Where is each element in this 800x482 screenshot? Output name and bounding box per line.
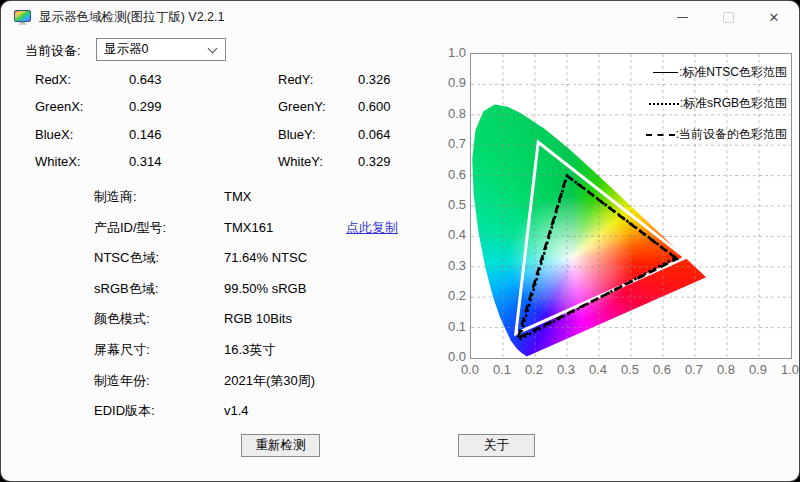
coord-row: BlueY:0.064	[278, 127, 391, 154]
info-value: v1.4	[224, 403, 249, 418]
chromaticity-plot: :标准NTSC色彩范围:标准sRGB色彩范围:当前设备的色彩范围	[470, 53, 792, 359]
info-label: 屏幕尺寸:	[94, 341, 224, 359]
gamut-triangle-solid	[516, 142, 686, 334]
chevron-down-icon	[208, 44, 218, 54]
coord-row: GreenY:0.600	[278, 99, 391, 126]
minimize-icon	[677, 17, 688, 18]
coord-label: WhiteX:	[35, 154, 129, 169]
chart-legend: :标准NTSC色彩范围:标准sRGB色彩范围:当前设备的色彩范围	[646, 64, 787, 157]
info-list: 制造商:TMX产品ID/型号:TMX161点此复制NTSC色域:71.64% N…	[94, 188, 434, 433]
info-label: sRGB色域:	[94, 280, 224, 298]
legend-line-dashed-icon	[646, 134, 675, 136]
y-tick-label: 0.7	[426, 136, 466, 152]
coord-label: RedX:	[35, 72, 129, 87]
redetect-button[interactable]: 重新检测	[241, 434, 320, 457]
info-value: TMX	[224, 189, 251, 204]
x-tick-label: 0.1	[487, 362, 517, 378]
coord-value: 0.146	[129, 127, 162, 142]
info-label: 颜色模式:	[94, 310, 224, 328]
coord-row: GreenX:0.299	[35, 99, 162, 126]
info-row: NTSC色域:71.64% NTSC	[94, 249, 434, 280]
device-selector-value: 显示器0	[104, 42, 148, 56]
coord-label: BlueX:	[35, 127, 129, 142]
legend-item: :标准NTSC色彩范围	[646, 64, 787, 81]
x-tick-label: 0.5	[615, 362, 645, 378]
copy-link[interactable]: 点此复制	[346, 219, 398, 237]
info-label: 产品ID/型号:	[94, 219, 224, 237]
coord-row: WhiteX:0.314	[35, 154, 162, 181]
x-tick-label: 0.8	[711, 362, 741, 378]
legend-label: :当前设备的色彩范围	[676, 126, 787, 143]
info-row: 屏幕尺寸:16.3英寸	[94, 341, 434, 372]
info-row: EDID版本:v1.4	[94, 402, 434, 433]
y-tick-label: 0.9	[426, 75, 466, 91]
legend-line-solid-icon	[653, 72, 678, 73]
device-selector-label: 当前设备:	[25, 42, 81, 60]
x-tick-label: 1.0	[775, 362, 799, 378]
x-tick-label: 0.4	[583, 362, 613, 378]
info-value: 71.64% NTSC	[224, 250, 307, 265]
info-value: 99.50% sRGB	[224, 281, 306, 296]
coord-value: 0.314	[129, 154, 162, 169]
coord-value: 0.329	[358, 154, 391, 169]
coord-value: 0.643	[129, 72, 162, 87]
info-value: TMX161	[224, 220, 273, 235]
close-icon: ✕	[769, 11, 780, 24]
legend-label: :标准NTSC色彩范围	[679, 64, 787, 81]
maximize-icon	[723, 12, 734, 23]
info-row: 产品ID/型号:TMX161点此复制	[94, 219, 434, 250]
legend-item: :当前设备的色彩范围	[646, 126, 787, 143]
coord-label: WhiteY:	[278, 154, 358, 169]
coord-row: RedX:0.643	[35, 72, 162, 99]
coordinates-column-y: RedY:0.326GreenY:0.600BlueY:0.064WhiteY:…	[278, 72, 391, 182]
x-tick-label: 0.6	[647, 362, 677, 378]
y-tick-label: 0.8	[426, 106, 466, 122]
info-label: 制造年份:	[94, 372, 224, 390]
legend-label: :标准sRGB色彩范围	[680, 95, 787, 112]
coord-value: 0.600	[358, 99, 391, 114]
coord-row: BlueX:0.146	[35, 127, 162, 154]
info-row: sRGB色域:99.50% sRGB	[94, 280, 434, 311]
maximize-button[interactable]	[705, 1, 751, 33]
info-value: RGB 10Bits	[224, 311, 292, 326]
window-controls: ✕	[659, 1, 797, 33]
coordinates-column-x: RedX:0.643GreenX:0.299BlueX:0.146WhiteX:…	[35, 72, 162, 182]
minimize-button[interactable]	[659, 1, 705, 33]
info-value: 2021年(第30周)	[224, 373, 315, 388]
coord-value: 0.326	[358, 72, 391, 87]
legend-item: :标准sRGB色彩范围	[646, 95, 787, 112]
x-tick-label: 0.0	[455, 362, 485, 378]
info-row: 制造年份:2021年(第30周)	[94, 372, 434, 403]
x-tick-label: 0.9	[743, 362, 773, 378]
y-tick-label: 0.4	[426, 227, 466, 243]
coord-label: GreenX:	[35, 99, 129, 114]
info-label: NTSC色域:	[94, 249, 224, 267]
y-tick-label: 0.6	[426, 167, 466, 183]
y-tick-label: 1.0	[426, 45, 466, 61]
app-window: 显示器色域检测(图拉丁版) V2.2.1 ✕ 当前设备: 显示器0 RedX:0…	[1, 1, 799, 481]
device-selector[interactable]: 显示器0	[96, 38, 226, 61]
x-tick-label: 0.2	[519, 362, 549, 378]
title-bar: 显示器色域检测(图拉丁版) V2.2.1 ✕	[1, 1, 799, 33]
y-tick-label: 0.5	[426, 197, 466, 213]
coord-label: RedY:	[278, 72, 358, 87]
info-row: 制造商:TMX	[94, 188, 434, 219]
coord-value: 0.064	[358, 127, 391, 142]
info-value: 16.3英寸	[224, 342, 275, 357]
coord-row: WhiteY:0.329	[278, 154, 391, 181]
y-tick-label: 0.3	[426, 258, 466, 274]
coord-label: GreenY:	[278, 99, 358, 114]
app-icon	[14, 10, 31, 25]
coord-label: BlueY:	[278, 127, 358, 142]
legend-line-dotted-icon	[649, 103, 679, 105]
about-button[interactable]: 关于	[458, 434, 535, 457]
coord-row: RedY:0.326	[278, 72, 391, 99]
x-tick-label: 0.3	[551, 362, 581, 378]
info-row: 颜色模式:RGB 10Bits	[94, 310, 434, 341]
y-tick-label: 0.2	[426, 288, 466, 304]
y-tick-label: 0.1	[426, 319, 466, 335]
close-button[interactable]: ✕	[751, 1, 797, 33]
info-label: EDID版本:	[94, 402, 224, 420]
x-tick-label: 0.7	[679, 362, 709, 378]
window-title: 显示器色域检测(图拉丁版) V2.2.1	[39, 1, 224, 33]
